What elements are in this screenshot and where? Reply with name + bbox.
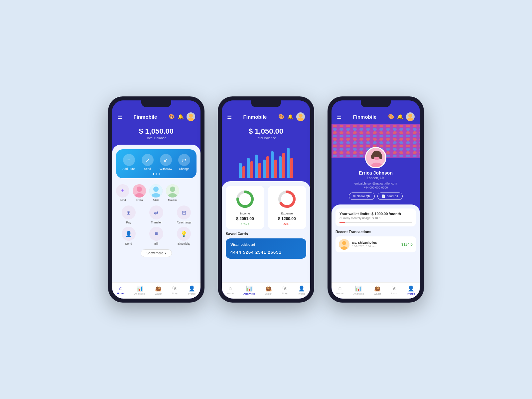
nav-profile-label-3: Profile	[407, 292, 415, 295]
palette-icon-3[interactable]: 🎨	[388, 114, 394, 120]
home-icon: ⌂	[119, 285, 122, 291]
service-pay[interactable]: ⊞ Pay	[116, 205, 141, 224]
nav-wallet-3[interactable]: 👜 Wallet	[374, 285, 381, 295]
menu-icon-2[interactable]: ☰	[227, 114, 232, 120]
progress-bar-fill	[339, 222, 345, 223]
alisia-svg	[149, 184, 163, 198]
nav-home-3[interactable]: ⌂ Home	[336, 285, 343, 295]
withdraw-btn[interactable]: ↙	[160, 154, 172, 166]
menu-icon-3[interactable]: ☰	[337, 114, 341, 120]
app-title-2: Finmobile	[243, 114, 267, 120]
send2-icon[interactable]: 👤	[122, 227, 136, 241]
user-avatar[interactable]	[187, 112, 195, 121]
electricity-icon[interactable]: 💡	[177, 227, 191, 241]
transfer-icon[interactable]: ⇄	[149, 205, 163, 219]
nav-home-1[interactable]: ⌂ Home	[117, 285, 124, 295]
analytics-white-area: Income $ 2051.00 10% ↑ Expense	[222, 181, 310, 282]
action-add-fund[interactable]: + Add Fund	[122, 154, 135, 171]
alisia-name: Alisia	[153, 199, 159, 201]
bar-group-7	[287, 148, 293, 178]
recent-transactions-section: Recent Transactions Ms. Shivani Dilux 15…	[335, 230, 416, 252]
pay-label: Pay	[126, 221, 131, 224]
nav-analytics-3[interactable]: 📊 Analytics	[353, 285, 364, 295]
service-send[interactable]: 👤 Send	[116, 227, 141, 245]
nav-wallet-2[interactable]: 👜 Wallet	[265, 285, 272, 295]
bar-red-2	[250, 161, 253, 178]
bar-chart	[222, 145, 310, 181]
nav-analytics-2[interactable]: 📊 Analytics	[243, 285, 255, 295]
wallet-limits-title: Your wallet limits: $ 1000.00 /month	[339, 212, 412, 216]
tx-amount-1: $154.0	[401, 242, 413, 246]
avatar-svg	[187, 112, 195, 121]
transaction-item-1[interactable]: Ms. Shivani Dilux 15-1-2020, 8:00 am $15…	[335, 236, 416, 252]
palette-icon-2[interactable]: 🎨	[278, 114, 285, 120]
nav-profile-3[interactable]: 👤 Profile	[407, 285, 415, 295]
income-change: 10% ↑	[241, 222, 249, 226]
actions-row: + Add Fund ↗ Send ↙ Withdraw ⇄	[119, 154, 193, 171]
bell-icon[interactable]: 🔔	[178, 114, 184, 120]
send-btn[interactable]: ↗	[142, 154, 154, 166]
add-fund-label: Add Fund	[122, 167, 135, 171]
analytics-icon-3: 📊	[355, 285, 362, 292]
action-change[interactable]: ⇄ Change	[178, 154, 190, 171]
bar-group-2	[247, 158, 253, 178]
menu-icon[interactable]: ☰	[117, 114, 122, 120]
contact-add[interactable]: + Send	[116, 184, 129, 201]
nav-profile-1[interactable]: 👤 Profile	[188, 285, 196, 295]
change-btn[interactable]: ⇄	[178, 154, 190, 166]
add-contact-btn[interactable]: +	[116, 184, 129, 198]
user-avatar-3[interactable]	[406, 112, 415, 121]
phone-screen-profile: ☰ Finmobile 🎨 🔔	[332, 100, 420, 299]
bell-icon-3[interactable]: 🔔	[397, 114, 403, 120]
recharge-icon[interactable]: ⊟	[177, 205, 191, 219]
profile-cover-section	[332, 124, 420, 158]
nav-analytics-1[interactable]: 📊 Analytics	[134, 285, 145, 295]
tx-person-svg	[339, 239, 349, 250]
bill-icon[interactable]: ≡	[149, 227, 163, 241]
pay-icon[interactable]: ⊞	[122, 205, 136, 219]
add-fund-btn[interactable]: +	[123, 154, 135, 166]
maxsmi-svg	[166, 184, 179, 198]
contact-alisia[interactable]: Alisia	[149, 184, 163, 201]
bar-red-1	[242, 166, 245, 178]
send-bill-button[interactable]: 📄 Send Bill	[377, 193, 403, 200]
nav-shop-1[interactable]: 🛍 Shop	[172, 285, 178, 295]
svg-point-0	[189, 114, 193, 118]
maxsmi-avatar	[166, 184, 179, 198]
nav-home-2[interactable]: ⌂ Home	[227, 285, 234, 295]
quick-actions-card: + Add Fund ↗ Send ↙ Withdraw ⇄	[116, 149, 197, 178]
visa-card[interactable]: Visa Debit Card 4444 5264 2541 26651	[226, 238, 306, 259]
nav-wallet-1[interactable]: 👜 Wallet	[155, 285, 162, 295]
nav-shop-2[interactable]: 🛍 Shop	[282, 285, 288, 295]
service-bill[interactable]: ≡ Bill	[144, 227, 169, 245]
bar-red-5	[274, 160, 277, 178]
user-avatar-2[interactable]	[296, 112, 305, 121]
phones-container: ☰ Finmobile 🎨 🔔 $ 1,050.00 Total Bala	[108, 96, 424, 303]
progress-bar-bg	[339, 222, 412, 223]
palette-icon[interactable]: 🎨	[169, 114, 175, 120]
saved-cards-section: Saved Cards Visa Debit Card 4444 5264 25…	[222, 232, 310, 261]
svg-point-30	[342, 241, 346, 245]
service-transfer[interactable]: ⇄ Transfer	[144, 205, 169, 224]
contact-add-label: Send	[120, 199, 126, 201]
bell-icon-2[interactable]: 🔔	[287, 114, 294, 120]
nav-profile-2[interactable]: 👤 Profile	[298, 285, 306, 295]
contact-errica[interactable]: Errica	[133, 184, 146, 201]
send-label: Send	[144, 167, 151, 171]
profile-location: London, UK	[332, 176, 420, 180]
service-recharge[interactable]: ⊟ Reacharge	[172, 205, 197, 224]
action-send[interactable]: ↗ Send	[142, 154, 154, 171]
contact-maxsmi[interactable]: Maxsmi	[166, 184, 179, 201]
profile-icon: 👤	[189, 285, 195, 292]
service-electricity[interactable]: 💡 Electricity	[172, 227, 197, 245]
nav-shop-3[interactable]: 🛍 Shop	[391, 285, 397, 295]
nav-shop-label-2: Shop	[282, 292, 288, 295]
analytics-icon-2: 📊	[246, 285, 253, 292]
action-withdraw[interactable]: ↙ Withdraw	[160, 154, 172, 171]
shop-icon: 🛍	[172, 285, 178, 291]
bottom-nav-3: ⌂ Home 📊 Analytics 👜 Wallet 🛍 Shop 👤	[332, 282, 420, 299]
share-qr-button[interactable]: ⊞ Share QR	[349, 193, 375, 200]
profile-person-svg	[366, 148, 386, 168]
show-more-button[interactable]: Show more ▾	[141, 249, 172, 257]
nav-home-label-3: Home	[336, 292, 343, 295]
